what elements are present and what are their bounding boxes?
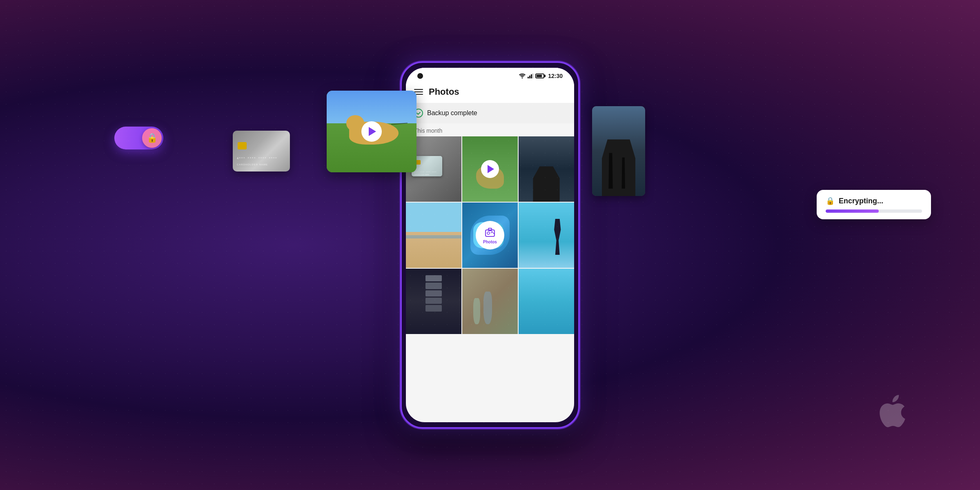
- app-header: Photos: [406, 82, 574, 103]
- apple-logo: [874, 392, 906, 433]
- card-holder-name: CARDHOLDER NAME: [237, 163, 268, 166]
- photos-icon: [484, 227, 496, 238]
- checkmark-icon: [416, 111, 421, 116]
- svg-point-0: [522, 78, 523, 79]
- photo-cell-fish[interactable]: Photos: [462, 203, 518, 268]
- phone-screen: 12:30 Photos Ba: [406, 68, 574, 422]
- dog-video-play-button[interactable]: [361, 121, 382, 142]
- backup-banner: Backup complete: [406, 103, 574, 123]
- camera-dot: [417, 73, 423, 79]
- svg-rect-3: [531, 74, 532, 78]
- card-chip: [238, 142, 247, 149]
- photos-app-circle[interactable]: Photos: [476, 221, 504, 249]
- arch-photo-float: [592, 106, 645, 196]
- lock-toggle-container: 🔒: [114, 127, 163, 149]
- status-bar: 12:30: [406, 68, 574, 82]
- credit-card-photo: 4*** **** **** **** CARDHOLDER NAME: [233, 131, 290, 172]
- photo-cell-water[interactable]: [519, 269, 574, 334]
- backup-text: Backup complete: [427, 109, 477, 117]
- toast-progress-bar-bg: [826, 209, 922, 213]
- photo-cell-woman[interactable]: [519, 203, 574, 268]
- photos-circle-label: Photos: [483, 240, 497, 244]
- play-triangle-icon: [488, 165, 494, 173]
- phone-frame: 12:30 Photos Ba: [400, 61, 580, 429]
- app-title: Photos: [429, 87, 459, 97]
- play-button[interactable]: [481, 160, 499, 178]
- lock-toggle-knob: 🔒: [142, 128, 162, 148]
- encrypting-toast: 🔒 Encrypting...: [817, 190, 931, 219]
- battery-icon: [535, 74, 544, 78]
- lock-icon: 🔒: [147, 133, 158, 143]
- card-number: 4*** **** **** ****: [237, 157, 277, 160]
- photo-cell-dog-video[interactable]: [462, 136, 518, 202]
- photo-cell-room[interactable]: [462, 269, 518, 334]
- toast-lock-icon: 🔒: [826, 196, 835, 205]
- photo-grid: 4*** **** **** **** CARDHOLDER NAME: [406, 136, 574, 422]
- photo-cell-beach[interactable]: [406, 203, 461, 268]
- photo-cell-xray[interactable]: [406, 269, 461, 334]
- signal-icon: [528, 74, 533, 78]
- photo-cell-arch[interactable]: [519, 136, 574, 202]
- screen-content: 12:30 Photos Ba: [406, 68, 574, 422]
- svg-rect-1: [528, 77, 529, 78]
- wifi-icon: [519, 74, 526, 78]
- svg-point-6: [487, 232, 490, 234]
- status-icons: 12:30: [519, 73, 563, 79]
- svg-rect-2: [529, 76, 530, 78]
- svg-rect-4: [532, 74, 533, 78]
- lock-toggle-switch[interactable]: 🔒: [114, 127, 163, 149]
- toast-encrypting-text: Encrypting...: [839, 197, 883, 205]
- dog-video-float: [327, 91, 416, 172]
- phone-frame-wrapper: 12:30 Photos Ba: [400, 61, 580, 429]
- toast-progress-bar-fill: [826, 209, 879, 213]
- toast-header: 🔒 Encrypting...: [826, 196, 922, 205]
- section-label: This month: [406, 123, 574, 136]
- status-time: 12:30: [548, 73, 563, 79]
